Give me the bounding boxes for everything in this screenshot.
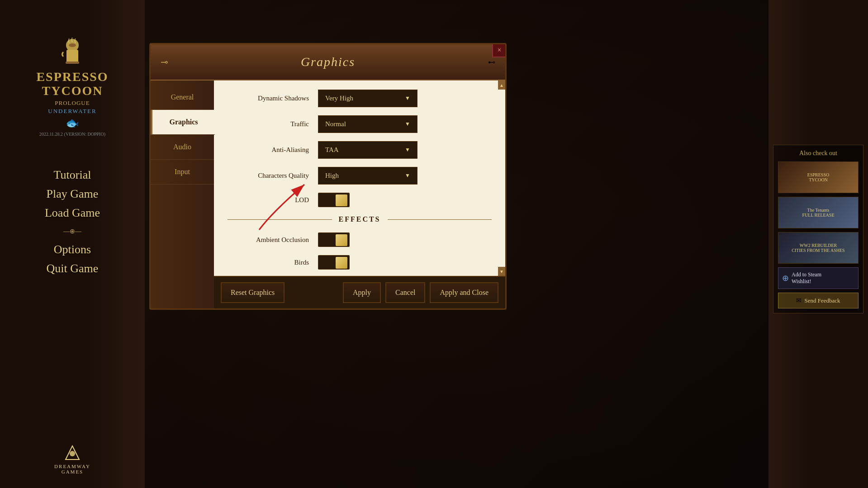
anti-aliasing-dropdown[interactable]: TAA ▼ — [318, 141, 417, 159]
scroll-down-button[interactable]: ▼ — [498, 267, 505, 276]
effects-title: EFFECTS — [339, 215, 381, 223]
studio-logo: DREAMWAY GAMES — [54, 444, 90, 474]
game-thumb-1[interactable]: ESPRESSO TYCOON — [778, 161, 859, 193]
main-menu: Tutorial Play Game Load Game —⊕— Options… — [45, 168, 100, 275]
traffic-dropdown[interactable]: Normal ▼ — [318, 115, 417, 133]
lod-toggle[interactable] — [318, 193, 350, 207]
birds-toggle-thumb — [336, 257, 347, 269]
mail-icon: ✉ — [796, 297, 802, 304]
setting-row-birds: Birds — [228, 255, 492, 270]
characters-quality-dropdown[interactable]: High ▼ — [318, 167, 417, 185]
effects-section: EFFECTS Ambient Occlusion — [228, 215, 492, 276]
logo-sub: PROLOGUE — [55, 99, 90, 107]
menu-item-quit[interactable]: Quit Game — [47, 262, 99, 275]
reset-graphics-button[interactable]: Reset Graphics — [221, 282, 285, 303]
version-label: 2022.11.28.2 (VERSION: DOPPIO) — [39, 132, 105, 137]
dialog-title: Graphics — [178, 44, 478, 80]
dynamic-shadows-control: Very High ▼ — [318, 90, 492, 107]
characters-quality-value: High — [325, 172, 339, 180]
graphics-dialog: ⊸ Graphics ⊷ × General Graphics Audio In… — [149, 43, 507, 310]
traffic-label: Traffic — [228, 120, 309, 128]
tab-general[interactable]: General — [151, 85, 214, 110]
lod-toggle-thumb — [336, 194, 347, 206]
anti-aliasing-label: Anti-Aliasing — [228, 146, 309, 154]
studio-name: DREAMWAY GAMES — [54, 464, 90, 474]
left-sidebar: ESPRESSO TYCOON PROLOGUE UNDERWATER 🐟 20… — [0, 0, 145, 488]
close-button[interactable]: × — [492, 43, 507, 57]
dynamic-shadows-dropdown[interactable]: Very High ▼ — [318, 90, 417, 107]
dynamic-shadows-value: Very High — [325, 95, 353, 102]
effects-header: EFFECTS — [228, 215, 492, 223]
right-wing-icon: ⊷ — [488, 58, 495, 66]
right-sidebar: Also check out ESPRESSO TYCOON The Tenan… — [768, 0, 868, 488]
game-label-3: WW2 REBUILDER CITIES FROM THE ASHES — [790, 241, 846, 255]
menu-item-play[interactable]: Play Game — [47, 187, 99, 201]
birds-label: Birds — [228, 259, 309, 266]
dreamway-icon — [63, 444, 81, 462]
svg-rect-3 — [66, 62, 79, 64]
cancel-button[interactable]: Cancel — [385, 282, 425, 303]
ambient-occlusion-label: Ambient Occlusion — [228, 236, 309, 244]
left-wing-icon: ⊸ — [161, 57, 168, 67]
svg-point-1 — [69, 43, 76, 47]
apply-button[interactable]: Apply — [343, 282, 381, 303]
tab-input[interactable]: Input — [151, 160, 214, 185]
traffic-value: Normal — [325, 120, 346, 128]
setting-row-dynamic-shadows: Dynamic Shadows Very High ▼ — [228, 90, 492, 107]
settings-scroll[interactable]: Dynamic Shadows Very High ▼ Traffic — [214, 81, 505, 276]
wishlist-label: Add to Steam Wishlist! — [792, 271, 821, 285]
svg-point-5 — [70, 451, 75, 456]
game-thumb-2[interactable]: The Tenants FULL RELEASE — [778, 197, 859, 228]
nav-tabs: General Graphics Audio Input — [151, 81, 214, 308]
effects-line-left — [228, 219, 332, 220]
setting-row-lod: LOD — [228, 193, 492, 207]
logo-under: UNDERWATER — [48, 108, 96, 115]
steam-wishlist-button[interactable]: ⊕ Add to Steam Wishlist! — [778, 267, 859, 289]
ambient-occlusion-toggle[interactable] — [318, 232, 350, 247]
feedback-label: Send Feedback — [804, 297, 840, 304]
apply-and-close-button[interactable]: Apply and Close — [430, 282, 498, 303]
birds-control — [318, 255, 492, 270]
characters-quality-label: Characters Quality — [228, 172, 309, 180]
svg-rect-2 — [66, 50, 78, 62]
steam-icon: ⊕ — [782, 273, 789, 283]
dropdown-arrow-icon-2: ▼ — [405, 121, 410, 128]
characters-quality-control: High ▼ — [318, 167, 492, 185]
traffic-control: Normal ▼ — [318, 115, 492, 133]
content-area: ▲ Dynamic Shadows Very High ▼ — [214, 81, 505, 308]
dropdown-arrow-icon-3: ▼ — [405, 147, 410, 153]
menu-item-tutorial[interactable]: Tutorial — [54, 168, 91, 182]
logo-name: ESPRESSO — [36, 70, 108, 84]
menu-divider: —⊕— — [63, 227, 81, 235]
setting-row-anti-aliasing: Anti-Aliasing TAA ▼ — [228, 141, 492, 159]
dialog-body: General Graphics Audio Input ▲ Dynamic S… — [151, 81, 505, 308]
dialog-title-bar: ⊸ Graphics ⊷ × — [151, 44, 505, 81]
logo-name2: TYCOON — [42, 84, 103, 98]
menu-item-load[interactable]: Load Game — [45, 206, 100, 220]
effects-line-right — [388, 219, 492, 220]
logo-area: ESPRESSO TYCOON PROLOGUE UNDERWATER 🐟 20… — [36, 36, 108, 137]
dynamic-shadows-label: Dynamic Shadows — [228, 95, 309, 102]
fish-icon: 🐟 — [66, 117, 79, 129]
ambient-occlusion-toggle-thumb — [336, 234, 347, 246]
setting-row-ambient-occlusion: Ambient Occlusion — [228, 232, 492, 247]
game-thumb-3[interactable]: WW2 REBUILDER CITIES FROM THE ASHES — [778, 232, 859, 264]
dropdown-arrow-icon: ▼ — [405, 95, 410, 102]
anti-aliasing-value: TAA — [325, 146, 339, 154]
anti-aliasing-control: TAA ▼ — [318, 141, 492, 159]
coffee-cup-icon — [57, 36, 88, 68]
ambient-occlusion-control — [318, 232, 492, 247]
birds-toggle[interactable] — [318, 255, 350, 270]
scroll-up-button[interactable]: ▲ — [498, 81, 505, 90]
lod-control — [318, 193, 492, 207]
tab-audio[interactable]: Audio — [151, 135, 214, 160]
also-check-title: Also check out — [778, 150, 859, 157]
send-feedback-button[interactable]: ✉ Send Feedback — [778, 293, 859, 308]
also-check-out-panel: Also check out ESPRESSO TYCOON The Tenan… — [773, 145, 863, 313]
game-label-1: ESPRESSO TYCOON — [806, 171, 831, 184]
menu-item-options[interactable]: Options — [54, 243, 91, 256]
tab-graphics[interactable]: Graphics — [151, 110, 215, 135]
lod-label: LOD — [228, 196, 309, 204]
dropdown-arrow-icon-4: ▼ — [405, 172, 410, 179]
dialog-footer: Reset Graphics Apply Cancel Apply and Cl… — [214, 276, 505, 308]
